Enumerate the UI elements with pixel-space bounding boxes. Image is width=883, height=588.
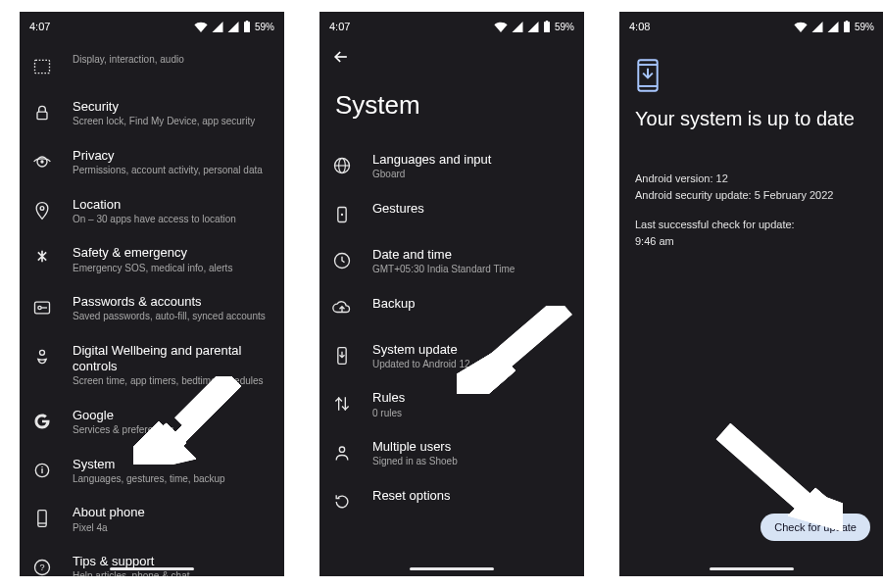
setting-subtitle: Languages, gestures, time, backup [73, 473, 270, 486]
nav-indicator [710, 567, 794, 570]
settings-list[interactable]: AccessibilityDisplay, interaction, audio… [20, 43, 284, 576]
system-settings-list[interactable]: Languages and inputGboardGesturesDate an… [319, 142, 584, 524]
system-update-icon [325, 343, 359, 368]
setting-subtitle: GMT+05:30 India Standard Time [372, 264, 570, 276]
setting-title: Passwords & accounts [73, 294, 270, 310]
setting-subtitle: Saved passwords, auto-fill, synced accou… [73, 311, 270, 323]
signal-icon [811, 22, 823, 32]
status-bar: 4:08 59% [619, 12, 883, 37]
battery-pct: 59% [855, 22, 874, 32]
rules-icon [325, 391, 359, 416]
wifi-icon [794, 22, 808, 32]
setting-subtitle: Screen lock, Find My Device, app securit… [73, 116, 270, 128]
setting-subtitle: Updated to Android 12 [372, 359, 570, 371]
setting-row-privacy[interactable]: PrivacyPermissions, account activity, pe… [20, 138, 284, 187]
nav-indicator [410, 567, 494, 570]
settings-screen: 4:07 59% AccessibilityDisplay, interacti… [20, 12, 284, 576]
multiple-users-icon [325, 440, 359, 466]
setting-row-tips[interactable]: Tips & supportHelp articles, phone & cha… [20, 544, 284, 576]
status-icons: 59% [494, 21, 574, 32]
setting-row-rules[interactable]: Rules0 rules [319, 380, 584, 429]
setting-title: Backup [372, 296, 570, 312]
setting-subtitle: Gboard [372, 169, 570, 181]
setting-row-emergency[interactable]: Safety & emergencyEmergency SOS, medical… [20, 235, 284, 284]
backup-icon [325, 297, 359, 322]
status-bar: 4:07 59% [319, 12, 584, 37]
page-title: System [319, 73, 584, 136]
setting-subtitle: Emergency SOS, medical info, alerts [73, 263, 270, 275]
setting-row-datetime[interactable]: Date and timeGMT+05:30 India Standard Ti… [319, 237, 584, 286]
setting-row-language[interactable]: Languages and inputGboard [319, 142, 584, 191]
setting-row-gestures[interactable]: Gestures [319, 191, 584, 237]
system-update-screen: 4:08 59% Your system is up to date [619, 12, 883, 576]
datetime-icon [325, 248, 359, 273]
security-value: 5 February 2022 [755, 189, 834, 201]
wifi-icon [494, 22, 508, 32]
system-icon [25, 458, 59, 483]
tips-icon [25, 555, 59, 576]
setting-row-reset[interactable]: Reset options [319, 478, 584, 524]
system-update-icon [633, 78, 662, 95]
version-value: 12 [716, 172, 728, 184]
setting-row-lock[interactable]: SecurityScreen lock, Find My Device, app… [20, 89, 284, 138]
language-icon [325, 153, 359, 178]
setting-title: Reset options [372, 488, 570, 504]
setting-title: Google [73, 408, 270, 423]
status-time: 4:07 [29, 21, 50, 32]
setting-row-accessibility[interactable]: AccessibilityDisplay, interaction, audio [20, 43, 284, 89]
setting-row-system-update[interactable]: System updateUpdated to Android 12 [319, 332, 584, 381]
setting-title: Digital Wellbeing and parental controls [73, 343, 270, 375]
passwords-icon [25, 295, 59, 320]
signal-icon-2 [227, 22, 239, 32]
signal-icon [512, 22, 523, 32]
setting-title: Privacy [73, 148, 270, 164]
setting-title: Languages and input [372, 152, 570, 168]
last-check-label: Last successful check for update: [635, 217, 868, 233]
wellbeing-icon [25, 344, 59, 369]
check-for-update-button[interactable]: Check for update [760, 514, 870, 541]
battery-pct: 59% [555, 22, 574, 32]
setting-subtitle: 0 rules [372, 408, 570, 420]
status-icons: 59% [794, 21, 874, 32]
version-label: Android version: [635, 172, 716, 184]
nav-indicator [110, 567, 194, 570]
signal-icon-2 [827, 22, 839, 32]
battery-icon [243, 21, 251, 32]
setting-subtitle: Display, interaction, audio [73, 54, 270, 67]
battery-icon [843, 21, 851, 32]
setting-row-wellbeing[interactable]: Digital Wellbeing and parental controlsS… [20, 333, 284, 398]
setting-title: Multiple users [372, 439, 570, 455]
setting-row-google[interactable]: GoogleServices & preferences [20, 398, 284, 447]
signal-icon-2 [527, 22, 539, 32]
back-button[interactable] [331, 53, 351, 70]
battery-pct: 59% [255, 22, 274, 32]
setting-title: Date and time [372, 247, 570, 263]
setting-row-location[interactable]: LocationOn – 30 apps have access to loca… [20, 187, 284, 236]
setting-subtitle: Services & preferences [73, 424, 270, 437]
emergency-icon [25, 246, 59, 271]
setting-row-multiple-users[interactable]: Multiple usersSigned in as Shoeb [319, 429, 584, 478]
setting-row-backup[interactable]: Backup [319, 286, 584, 332]
setting-row-passwords[interactable]: Passwords & accountsSaved passwords, aut… [20, 284, 284, 333]
setting-subtitle: Signed in as Shoeb [372, 456, 570, 468]
back-arrow-icon [331, 47, 351, 67]
setting-title: Gestures [372, 201, 570, 217]
setting-subtitle: On – 30 apps have access to location [73, 214, 270, 226]
last-check-value: 9:46 am [635, 233, 868, 250]
about-icon [25, 506, 59, 531]
status-icons: 59% [194, 21, 274, 32]
status-time: 4:08 [629, 21, 650, 32]
setting-title: System update [372, 342, 570, 358]
setting-subtitle: Pixel 4a [73, 522, 270, 535]
setting-subtitle: Permissions, account activity, personal … [73, 165, 270, 177]
wifi-icon [194, 22, 208, 32]
location-icon [25, 198, 59, 223]
signal-icon [212, 22, 223, 32]
setting-row-system[interactable]: SystemLanguages, gestures, time, backup [20, 447, 284, 496]
setting-row-about[interactable]: About phonePixel 4a [20, 495, 284, 544]
battery-icon [543, 21, 551, 32]
setting-title: Rules [372, 390, 570, 406]
setting-title: System [73, 457, 270, 472]
update-headline: Your system is up to date [619, 106, 883, 135]
setting-subtitle: Screen time, app timers, bedtime schedul… [73, 375, 270, 388]
